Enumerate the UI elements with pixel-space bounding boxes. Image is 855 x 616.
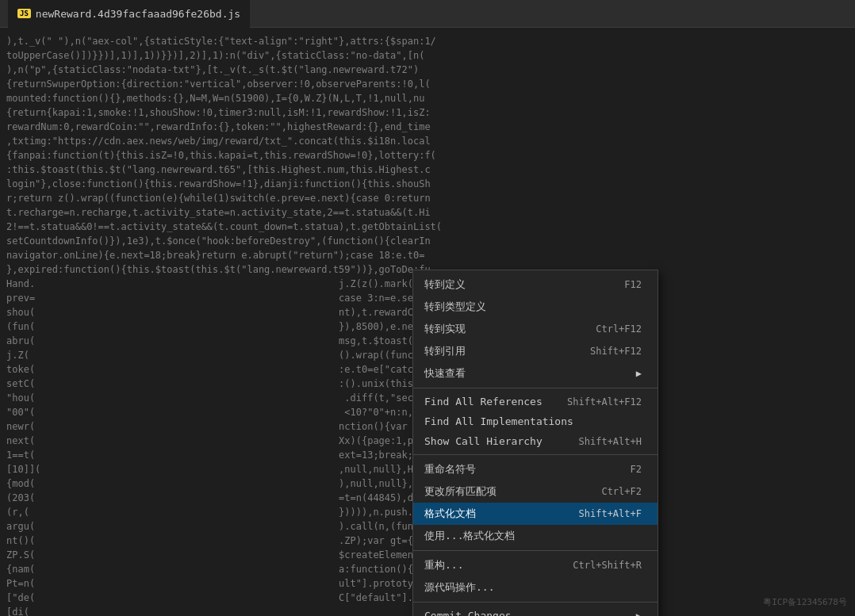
menu-separator bbox=[413, 550, 658, 551]
menu-item-commit-changes[interactable]: Commit Changes▶ bbox=[413, 606, 658, 616]
code-line: {return{kapai:1,smoke:!1,shouShow:!0,tim… bbox=[0, 105, 855, 120]
menu-item-shortcut: Shift+Alt+F bbox=[579, 508, 642, 519]
menu-item-label: 转到引用 bbox=[424, 344, 574, 358]
menu-item-format-doc[interactable]: 格式化文档Shift+Alt+F bbox=[413, 503, 658, 525]
code-line: {fanpai:function(t){this.isZ=!0,this.kap… bbox=[0, 148, 855, 163]
menu-item-source-action[interactable]: 源代码操作... bbox=[413, 576, 658, 599]
menu-item-shortcut: F2 bbox=[631, 464, 642, 475]
code-line: navigator.onLine){e.next=18;break}return… bbox=[0, 248, 855, 262]
chevron-right-icon: ▶ bbox=[636, 368, 642, 379]
menu-item-label: 转到定义 bbox=[424, 277, 608, 292]
code-line: {returnSwuperOption:{direction:"vertical… bbox=[0, 77, 855, 91]
code-line: setCountdownInfo()}),1e3),t.$once("hook:… bbox=[0, 234, 855, 248]
menu-item-show-call-hier[interactable]: Show Call HierarchyShift+Alt+H bbox=[413, 431, 658, 451]
code-line: rewardNum:0,rewardCoin:"",rewardInfo:{},… bbox=[0, 120, 855, 134]
menu-item-label: 更改所有匹配项 bbox=[424, 484, 585, 499]
menu-item-label: 格式化文档 bbox=[424, 507, 563, 521]
code-line: ,txtimg:"https://cdn.aex.news/web/img/re… bbox=[0, 134, 855, 148]
menu-item-refactor[interactable]: 重构...Ctrl+Shift+R bbox=[413, 554, 658, 576]
menu-item-shortcut: Ctrl+Shift+R bbox=[573, 560, 642, 571]
menu-item-rename[interactable]: 重命名符号F2 bbox=[413, 458, 658, 480]
menu-item-shortcut: Ctrl+F2 bbox=[601, 486, 642, 497]
tab-filename: newReward.4d39facfaaad96fe26bd.js bbox=[36, 8, 240, 20]
code-line: mounted:function(){},methods:{},N=M,W=n(… bbox=[0, 91, 855, 105]
title-bar: JS newReward.4d39facfaaad96fe26bd.js bbox=[0, 0, 855, 28]
menu-item-shortcut: Ctrl+F12 bbox=[596, 323, 642, 335]
menu-item-goto-ref[interactable]: 转到引用Shift+F12 bbox=[413, 340, 658, 362]
code-line: login"},close:function(){this.rewardShow… bbox=[0, 177, 855, 191]
menu-item-label: Find All Implementations bbox=[424, 415, 642, 427]
menu-item-shortcut: Shift+Alt+F12 bbox=[567, 396, 642, 407]
code-line: ),n("p",{staticClass:"nodata-txt"},[t._v… bbox=[0, 63, 855, 77]
menu-item-label: 重构... bbox=[424, 558, 557, 572]
menu-item-label: 转到类型定义 bbox=[424, 300, 642, 314]
menu-item-label: 转到实现 bbox=[424, 322, 580, 336]
menu-item-shortcut: F12 bbox=[624, 279, 642, 290]
menu-item-label: 使用...格式化文档 bbox=[424, 529, 642, 543]
code-line: :this.$toast(this.$t("lang.newreward.t65… bbox=[0, 163, 855, 177]
code-line: toUpperCase()])}})],1)],1))}})],2)],1):n… bbox=[0, 48, 855, 63]
menu-item-find-all-impl[interactable]: Find All Implementations bbox=[413, 411, 658, 431]
menu-item-label: Show Call Hierarchy bbox=[424, 435, 563, 447]
menu-item-label: Commit Changes bbox=[424, 610, 630, 616]
menu-separator bbox=[413, 454, 658, 455]
context-menu: 转到定义F12转到类型定义转到实现Ctrl+F12转到引用Shift+F12快速… bbox=[412, 270, 658, 616]
editor-tab[interactable]: JS newReward.4d39facfaaad96fe26bd.js bbox=[8, 0, 250, 28]
menu-separator bbox=[413, 602, 658, 603]
menu-item-shortcut: Shift+Alt+H bbox=[579, 436, 642, 447]
menu-item-change-all[interactable]: 更改所有匹配项Ctrl+F2 bbox=[413, 480, 658, 503]
menu-item-shortcut: Shift+F12 bbox=[590, 346, 642, 357]
code-line: 2!==t.statua&&0!==t.activity_state&&(t.c… bbox=[0, 220, 855, 234]
menu-item-label: 重命名符号 bbox=[424, 462, 615, 476]
menu-item-format-sel[interactable]: 使用...格式化文档 bbox=[413, 525, 658, 547]
menu-item-goto-impl[interactable]: 转到实现Ctrl+F12 bbox=[413, 318, 658, 340]
code-line: r;return z().wrap((function(e){while(1)s… bbox=[0, 191, 855, 205]
menu-item-find-all-refs[interactable]: Find All ReferencesShift+Alt+F12 bbox=[413, 392, 658, 411]
js-language-icon: JS bbox=[17, 9, 31, 18]
watermark: 粤ICP备12345678号 bbox=[763, 596, 847, 608]
menu-item-label: 源代码操作... bbox=[424, 580, 642, 595]
menu-item-label: 快速查看 bbox=[424, 366, 630, 381]
menu-item-peek[interactable]: 快速查看▶ bbox=[413, 362, 658, 385]
menu-item-goto-def[interactable]: 转到定义F12 bbox=[413, 274, 658, 296]
menu-item-goto-type-def[interactable]: 转到类型定义 bbox=[413, 296, 658, 318]
menu-separator bbox=[413, 388, 658, 388]
chevron-right-icon: ▶ bbox=[636, 610, 642, 617]
menu-item-label: Find All References bbox=[424, 396, 551, 407]
code-line: ),t._v(" "),n("aex-col",{staticStyle:{"t… bbox=[0, 34, 855, 48]
code-line: t.recharge=n.recharge,t.activity_state=n… bbox=[0, 205, 855, 220]
